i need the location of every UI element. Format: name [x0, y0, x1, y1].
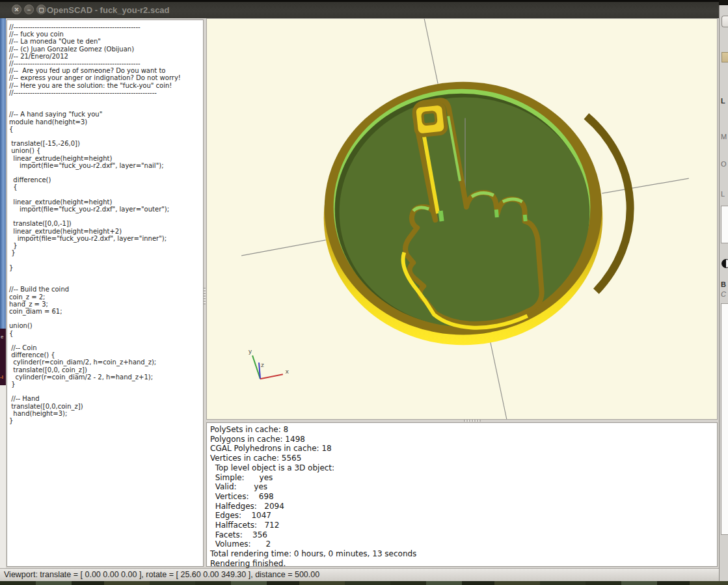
window-controls: ✕ – ▢ [12, 5, 46, 14]
console-output: PolySets in cache: 8 Polygons in cache: … [207, 423, 717, 569]
window-title: OpenSCAD - fuck_you-r2.scad [47, 5, 170, 15]
viewport-status-text: Viewport: translate = [ 0.00 0.00 0.00 ]… [4, 570, 319, 579]
background-window-right-sliver: L M O L B C [719, 5, 728, 581]
sliver-white-field [721, 206, 728, 243]
sliver-text-fragment: L [721, 190, 725, 198]
close-button[interactable]: ✕ [12, 5, 21, 14]
sliver-text-fragment: O [721, 160, 727, 168]
scad-source-code[interactable]: //--------------------------------------… [7, 20, 203, 424]
render-canvas[interactable]: y z x [207, 19, 717, 419]
background-window-light-edge [0, 385, 6, 568]
half-moon-icon [721, 259, 728, 268]
z-axis-label: z [261, 361, 264, 368]
x-axis-label: x [286, 368, 289, 375]
splitter-handle[interactable] [464, 420, 481, 422]
3d-viewport[interactable]: y z x [206, 18, 718, 420]
code-editor-panel[interactable]: //--------------------------------------… [7, 20, 204, 567]
sliver-icon [721, 52, 728, 62]
maximize-button[interactable]: ▢ [36, 5, 46, 14]
sliver-button[interactable] [721, 16, 728, 27]
sliver-white-panel [721, 303, 728, 535]
edge-text-fragment: -l [0, 374, 3, 380]
sliver-text-fragment: L [721, 97, 725, 105]
desktop-wallpaper-strip [0, 581, 728, 585]
titlebar[interactable]: ✕ – ▢ OpenSCAD - fuck_you-r2.scad [0, 0, 719, 18]
splitter-handle[interactable] [204, 288, 206, 305]
sliver-text-fragment: B [721, 280, 726, 288]
background-window-dark-edge: e -l [0, 329, 6, 385]
edge-text-fragment: e [1, 334, 3, 340]
console-panel[interactable]: PolySets in cache: 8 Polygons in cache: … [206, 422, 718, 567]
status-bar: Viewport: translate = [ 0.00 0.00 0.00 ]… [0, 568, 719, 581]
axis-indicator: y z x [249, 347, 289, 379]
desktop-screen: ✕ – ▢ OpenSCAD - fuck_you-r2.scad e -l /… [0, 0, 728, 585]
y-axis-label: y [249, 347, 252, 355]
sliver-text-fragment: M [721, 133, 727, 141]
minimize-button[interactable]: – [24, 5, 34, 14]
background-window-edge [0, 18, 6, 329]
finger-nail [414, 103, 446, 135]
sliver-text-fragment: C [721, 290, 726, 298]
